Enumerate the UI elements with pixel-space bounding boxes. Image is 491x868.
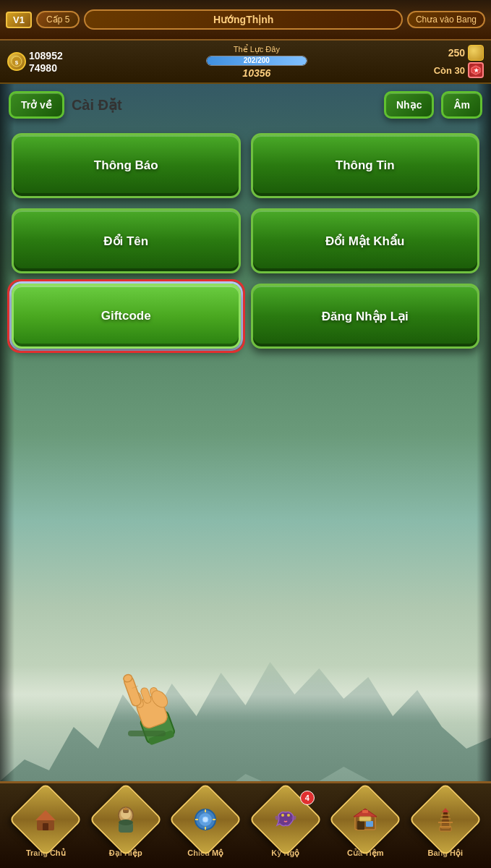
guild-badge: Chưa vào Bang [407, 11, 485, 28]
svg-point-32 [281, 814, 284, 817]
top-header: V1 Cấp 5 HướngThịnh Chưa vào Bang [0, 0, 491, 41]
thong-tin-button[interactable]: Thông Tin [251, 133, 480, 198]
gold-value: 250 [448, 47, 465, 59]
svg-rect-18 [43, 823, 48, 830]
svg-rect-35 [357, 821, 364, 830]
cua-tiem-icon [339, 793, 391, 846]
player-name: HướngThịnh [84, 9, 403, 30]
settings-header: Trở về Cài Đặt Nhạc Âm [0, 84, 491, 126]
svg-point-33 [287, 814, 290, 817]
nav-icon-wrap-dai-hiep [100, 793, 152, 846]
nav-item-cua-tiem[interactable]: Cửa Tiệm [325, 793, 406, 858]
nav-icon-wrap-trang-chu [20, 793, 72, 846]
exp-value: 10356 [242, 67, 270, 79]
giftcode-button[interactable]: Giftcode [12, 284, 241, 349]
stamina-section: Thể Lực Đây 202/200 10356 [85, 45, 428, 79]
stamina-bar: 202/200 [206, 56, 307, 66]
svg-rect-38 [362, 810, 368, 813]
svg-point-22 [119, 820, 133, 825]
nav-item-chieu-mo[interactable]: Chiêu Mộ [166, 793, 246, 858]
svg-rect-44 [443, 812, 448, 817]
music-button[interactable]: Nhạc [384, 91, 434, 119]
svg-marker-17 [35, 810, 56, 820]
dang-nhap-lai-button[interactable]: Đăng Nhập Lại [251, 284, 480, 349]
main-content: Trở về Cài Đặt Nhạc Âm Thông Báo Thông T… [0, 84, 491, 781]
ticket-icon: ★ [468, 62, 484, 78]
dai-hiep-icon [100, 793, 152, 846]
coin1-value: 108952 [29, 50, 80, 61]
thong-bao-button[interactable]: Thông Báo [12, 133, 241, 198]
doi-ten-button[interactable]: Đổi Tên [12, 208, 241, 273]
sound-button[interactable]: Âm [441, 91, 482, 119]
stamina-text: 202/200 [207, 56, 307, 65]
stamina-label: Thể Lực Đây [234, 45, 280, 54]
doi-mat-khau-button[interactable]: Đổi Mật Khẩu [251, 208, 480, 273]
trang-chu-icon [20, 793, 72, 846]
svg-rect-15 [128, 731, 166, 736]
rank-badge: V1 [6, 12, 32, 28]
svg-text:$: $ [15, 59, 19, 66]
svg-point-27 [202, 817, 208, 822]
coin-icon: $ [7, 52, 26, 71]
ky-ngo-badge: 4 [300, 791, 315, 805]
nav-item-trang-chu[interactable]: Trang Chủ [6, 793, 86, 858]
nav-item-ky-ngo[interactable]: 4 Kỳ Ngộ [246, 793, 326, 858]
chieu-mo-icon [179, 793, 231, 846]
svg-marker-45 [442, 808, 449, 812]
nav-item-dai-hiep[interactable]: Đại Hiệp [86, 793, 166, 858]
coin-stat: $ 108952 74980 [7, 50, 80, 74]
back-button[interactable]: Trở về [9, 91, 64, 119]
level-badge: Cấp 5 [36, 11, 80, 28]
nav-icon-wrap-cua-tiem [339, 793, 391, 846]
coin2-value: 74980 [29, 62, 80, 74]
settings-title: Cài Đặt [72, 96, 377, 114]
bottom-navigation: Trang Chủ Đại Hiệp [0, 781, 491, 868]
hand-cursor [112, 658, 184, 745]
bang-hoi-icon [419, 793, 471, 846]
nav-icon-wrap-bang-hoi [419, 793, 471, 846]
con-row: Còn 30 ★ [434, 62, 484, 78]
gold-icon [468, 45, 484, 61]
svg-text:★: ★ [474, 67, 479, 74]
gold-row: 250 [448, 45, 484, 61]
svg-rect-36 [366, 821, 373, 827]
nav-item-bang-hoi[interactable]: Bang Hội [406, 793, 486, 858]
con-value: Còn 30 [434, 65, 465, 76]
svg-rect-39 [359, 817, 371, 821]
nav-icon-wrap-chieu-mo [179, 793, 231, 846]
right-stats: 250 Còn 30 ★ [434, 45, 484, 78]
stats-bar: $ 108952 74980 Thể Lực Đây 202/200 10356… [0, 41, 491, 84]
settings-grid: Thông Báo Thông Tin Đổi Tên Đổi Mật Khẩu… [0, 126, 491, 356]
nav-icon-wrap-ky-ngo: 4 [260, 793, 312, 846]
giftcode-container: Giftcode [12, 284, 241, 349]
